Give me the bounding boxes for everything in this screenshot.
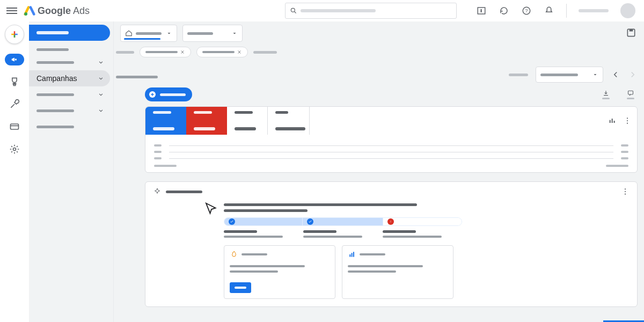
divider: [566, 4, 567, 18]
account-name[interactable]: [579, 9, 609, 12]
search-placeholder: [301, 9, 376, 12]
svg-rect-4: [481, 9, 482, 12]
svg-line-2: [295, 12, 296, 13]
avatar[interactable]: [620, 3, 635, 18]
notifications-icon[interactable]: [544, 5, 554, 16]
svg-point-1: [291, 8, 295, 12]
menu-icon[interactable]: [6, 5, 17, 16]
brand-name: Google Ads: [38, 5, 90, 17]
svg-text:?: ?: [525, 8, 528, 13]
reports-icon[interactable]: [476, 5, 487, 16]
topbar: Google Ads ?: [0, 0, 644, 21]
search-input[interactable]: [285, 3, 457, 19]
logo[interactable]: Google Ads: [24, 5, 90, 17]
svg-point-0: [24, 12, 27, 16]
topbar-actions: ?: [476, 3, 638, 18]
refresh-icon[interactable]: [499, 5, 509, 16]
search-icon: [290, 7, 297, 14]
help-icon[interactable]: ?: [521, 5, 532, 16]
google-ads-icon: [24, 5, 35, 17]
